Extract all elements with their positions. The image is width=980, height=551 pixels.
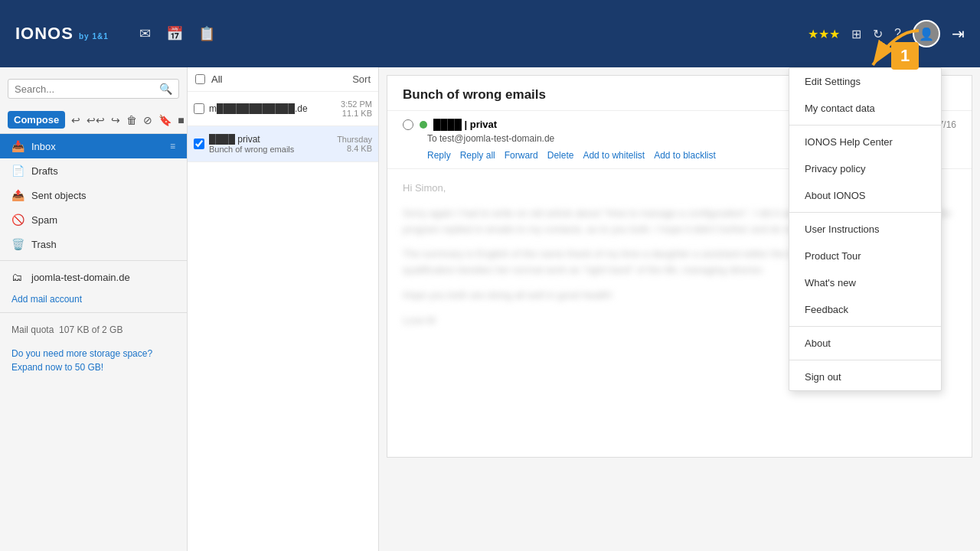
menu-item-product-tour[interactable]: Product Tour bbox=[789, 243, 941, 269]
help-icon[interactable]: ? bbox=[894, 27, 901, 41]
email-recipient: test@joomla-test-domain.de bbox=[439, 133, 554, 144]
compose-button[interactable]: Compose bbox=[8, 111, 65, 129]
avatar[interactable]: 👤 bbox=[913, 20, 940, 47]
domain-icon: 🗂 bbox=[11, 271, 25, 283]
email-subject-2: Bunch of wrong emails bbox=[209, 145, 332, 154]
header-nav: ✉ 📅 📋 bbox=[139, 25, 215, 42]
inbox-icon: 📥 bbox=[11, 140, 25, 152]
email-meta-1: 3:52 PM 11.1 KB bbox=[341, 99, 372, 118]
logo-sub: by 1&1 bbox=[79, 32, 109, 41]
stop-icon[interactable]: ■ bbox=[178, 114, 184, 126]
menu-item-about-ionos[interactable]: About IONOS bbox=[789, 182, 941, 209]
separator-2 bbox=[789, 212, 941, 213]
forward-icon[interactable]: ↪ bbox=[111, 114, 120, 126]
email-checkbox-2[interactable] bbox=[194, 139, 204, 149]
sidebar-item-domain[interactable]: 🗂 joomla-test-domain.de bbox=[0, 265, 187, 289]
separator-3 bbox=[789, 326, 941, 327]
email-list-header: All Sort bbox=[188, 67, 378, 92]
menu-item-ionos-help[interactable]: IONOS Help Center bbox=[789, 129, 941, 155]
email-content-2: ████ privat Bunch of wrong emails bbox=[209, 134, 332, 154]
email-list: All Sort m████████████.de 3:52 PM 11.1 K… bbox=[188, 67, 379, 551]
sidebar: 🔍 Compose ↩ ↩↩ ↪ 🗑 ⊘ 🔖 ■ ≡ 📥 Inbox ≡ 📄 D… bbox=[0, 67, 188, 551]
reply-icon[interactable]: ↩ bbox=[71, 114, 80, 126]
email-item-1[interactable]: m████████████.de 3:52 PM 11.1 KB bbox=[188, 92, 378, 126]
email-content-1: m████████████.de bbox=[209, 103, 336, 114]
sidebar-label-inbox: Inbox bbox=[31, 141, 164, 152]
select-all-checkbox[interactable] bbox=[195, 74, 205, 84]
sender-status-dot bbox=[420, 121, 427, 129]
toolbar: Compose ↩ ↩↩ ↪ 🗑 ⊘ 🔖 ■ ≡ bbox=[0, 106, 187, 134]
email-checkbox-1[interactable] bbox=[194, 103, 204, 114]
email-time-2: Thursday bbox=[337, 135, 372, 144]
trash-icon: 🗑️ bbox=[11, 238, 25, 250]
menu-item-feedback[interactable]: Feedback bbox=[789, 296, 941, 323]
whitelist-button[interactable]: Add to whitelist bbox=[583, 150, 645, 161]
drafts-icon: 📄 bbox=[11, 165, 25, 177]
stars-icon[interactable]: ★★★ bbox=[808, 27, 840, 41]
contacts-icon[interactable]: 📋 bbox=[198, 25, 215, 42]
mail-quota: Mail quota 107 KB of 2 GB bbox=[0, 317, 187, 343]
sidebar-item-trash[interactable]: 🗑️ Trash bbox=[0, 232, 187, 256]
all-filter-dropdown[interactable]: All bbox=[211, 73, 222, 85]
calendar-icon[interactable]: 📅 bbox=[166, 25, 183, 42]
grid-icon[interactable]: ⊞ bbox=[851, 27, 861, 41]
blacklist-button[interactable]: Add to blacklist bbox=[654, 150, 716, 161]
logout-icon[interactable]: ⇥ bbox=[952, 24, 965, 43]
sidebar-label-trash: Trash bbox=[31, 239, 175, 250]
menu-item-sign-out[interactable]: Sign out bbox=[789, 364, 941, 390]
reply-button[interactable]: Reply bbox=[427, 150, 451, 161]
search-icon[interactable]: 🔍 bbox=[159, 83, 172, 95]
quota-value: 107 KB of 2 GB bbox=[59, 324, 122, 335]
reply-all-icon[interactable]: ↩↩ bbox=[87, 114, 105, 126]
menu-item-edit-settings[interactable]: Edit Settings bbox=[789, 68, 941, 95]
search-input[interactable] bbox=[15, 83, 159, 95]
sidebar-divider-2 bbox=[0, 312, 187, 313]
email-sender-1: m████████████.de bbox=[209, 103, 336, 114]
promo-line1: Do you need more storage space? bbox=[11, 348, 152, 359]
forward-button[interactable]: Forward bbox=[505, 150, 538, 161]
inbox-list-icon: ≡ bbox=[170, 141, 175, 152]
sidebar-item-sent[interactable]: 📤 Sent objects bbox=[0, 183, 187, 207]
menu-item-whats-new[interactable]: What's new bbox=[789, 269, 941, 296]
email-size-2: 8.4 KB bbox=[337, 144, 372, 153]
search-bar[interactable]: 🔍 bbox=[8, 79, 179, 99]
separator-1 bbox=[789, 125, 941, 126]
email-time-1: 3:52 PM bbox=[341, 99, 372, 109]
menu-item-user-instructions[interactable]: User Instructions bbox=[789, 216, 941, 243]
header: IONOS by 1&1 ✉ 📅 📋 ★★★ ⊞ ↻ ? 👤 ⇥ Edit Se… bbox=[0, 0, 980, 67]
storage-promo[interactable]: Do you need more storage space? Expand n… bbox=[0, 343, 187, 378]
email-item-2[interactable]: ████ privat Bunch of wrong emails Thursd… bbox=[188, 126, 378, 162]
menu-item-privacy[interactable]: Privacy policy bbox=[789, 155, 941, 182]
delete-icon[interactable]: 🗑 bbox=[126, 114, 137, 126]
delete-button[interactable]: Delete bbox=[547, 150, 574, 161]
add-account-link[interactable]: Add mail account bbox=[11, 294, 82, 305]
sort-button[interactable]: Sort bbox=[352, 73, 371, 85]
sidebar-item-inbox[interactable]: 📥 Inbox ≡ bbox=[0, 134, 187, 158]
separator-4 bbox=[789, 360, 941, 360]
mail-icon[interactable]: ✉ bbox=[139, 25, 151, 42]
sidebar-label-domain: joomla-test-domain.de bbox=[31, 272, 175, 283]
sidebar-label-spam: Spam bbox=[31, 214, 175, 226]
promo-line2: Expand now to 50 GB! bbox=[11, 362, 103, 373]
email-meta-2: Thursday 8.4 KB bbox=[337, 135, 372, 153]
dropdown-menu: Edit Settings My contact data IONOS Help… bbox=[789, 67, 942, 391]
refresh-icon[interactable]: ↻ bbox=[873, 27, 883, 41]
sidebar-item-drafts[interactable]: 📄 Drafts bbox=[0, 158, 187, 183]
menu-item-my-contact-data[interactable]: My contact data bbox=[789, 95, 941, 122]
sidebar-item-spam[interactable]: 🚫 Spam bbox=[0, 207, 187, 232]
reply-all-button[interactable]: Reply all bbox=[460, 150, 495, 161]
email-radio[interactable] bbox=[403, 119, 413, 130]
flag-icon[interactable]: 🔖 bbox=[158, 114, 172, 126]
sidebar-divider bbox=[0, 260, 187, 261]
spam-icon: 🚫 bbox=[11, 214, 25, 226]
sidebar-label-drafts: Drafts bbox=[31, 165, 175, 177]
email-size-1: 11.1 KB bbox=[341, 109, 372, 118]
quota-label: Mail quota bbox=[11, 324, 54, 335]
logo: IONOS by 1&1 bbox=[15, 24, 109, 44]
email-sender-2: ████ privat bbox=[209, 134, 332, 145]
header-right: ★★★ ⊞ ↻ ? 👤 ⇥ bbox=[808, 20, 965, 47]
cancel-icon[interactable]: ⊘ bbox=[143, 114, 152, 126]
email-sender-name: ████ | privat bbox=[433, 119, 497, 130]
menu-item-about[interactable]: About bbox=[789, 330, 941, 357]
sidebar-label-sent: Sent objects bbox=[31, 190, 175, 201]
